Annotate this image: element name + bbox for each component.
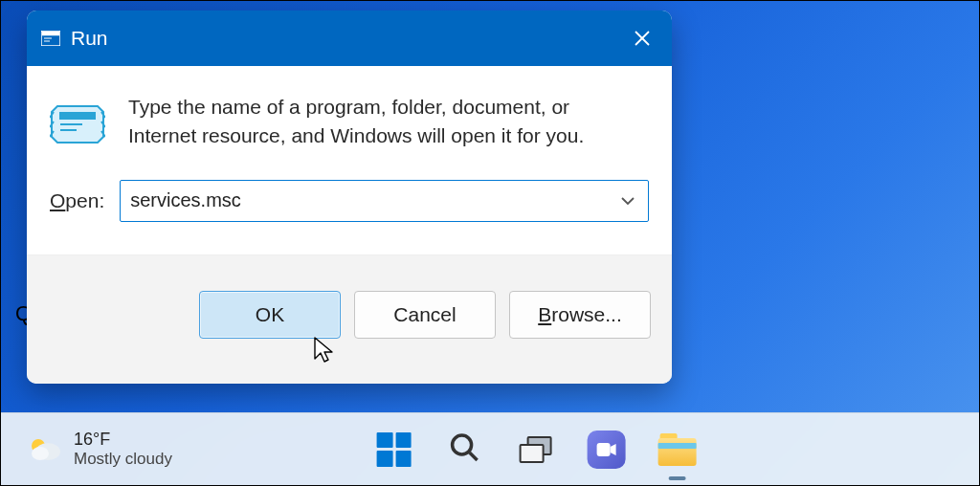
dialog-title: Run bbox=[71, 27, 624, 50]
task-view-button[interactable] bbox=[515, 429, 557, 471]
command-input[interactable] bbox=[120, 180, 649, 222]
camera-icon bbox=[588, 431, 626, 469]
folder-icon bbox=[658, 433, 697, 466]
svg-line-13 bbox=[470, 453, 478, 460]
dialog-footer: OK Cancel Browse... bbox=[27, 254, 672, 384]
svg-rect-14 bbox=[597, 443, 611, 456]
search-icon bbox=[449, 431, 481, 468]
taskbar-icons bbox=[373, 429, 699, 471]
close-button[interactable] bbox=[624, 20, 660, 56]
svg-point-12 bbox=[453, 435, 472, 454]
open-label: Open: bbox=[50, 189, 104, 212]
weather-condition: Mostly cloudy bbox=[74, 450, 172, 469]
weather-icon bbox=[28, 434, 62, 463]
svg-point-11 bbox=[32, 447, 49, 460]
browse-button[interactable]: Browse... bbox=[509, 291, 651, 339]
task-view-icon bbox=[520, 436, 552, 463]
run-app-icon bbox=[40, 28, 61, 49]
taskbar: 16°F Mostly cloudy bbox=[1, 412, 979, 485]
command-input-wrap bbox=[120, 180, 649, 222]
start-button[interactable] bbox=[373, 429, 415, 471]
titlebar[interactable]: Run bbox=[27, 11, 672, 66]
svg-rect-6 bbox=[59, 112, 96, 120]
file-explorer-button[interactable] bbox=[657, 429, 699, 471]
svg-rect-1 bbox=[42, 32, 60, 36]
dialog-description: Type the name of a program, folder, docu… bbox=[128, 93, 649, 151]
run-dialog: Run Type the na bbox=[27, 11, 672, 384]
run-graphic-icon bbox=[50, 99, 105, 144]
desktop-background: Q Run bbox=[1, 1, 979, 485]
ok-button[interactable]: OK bbox=[199, 291, 341, 339]
weather-temperature: 16°F bbox=[74, 430, 172, 451]
chat-button[interactable] bbox=[586, 429, 628, 471]
dialog-body: Type the name of a program, folder, docu… bbox=[27, 66, 672, 254]
search-button[interactable] bbox=[444, 429, 486, 471]
cancel-button[interactable]: Cancel bbox=[354, 291, 496, 339]
windows-logo-icon bbox=[377, 432, 412, 467]
weather-widget[interactable]: 16°F Mostly cloudy bbox=[28, 430, 172, 470]
